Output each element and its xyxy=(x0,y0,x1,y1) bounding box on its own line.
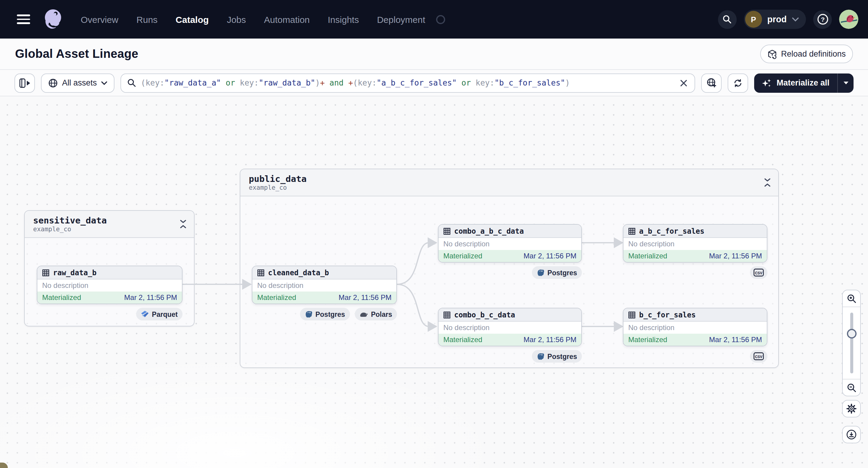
nav-item-insights[interactable]: Insights xyxy=(328,14,359,24)
materialized-timestamp: Mar 2, 11:56 PM xyxy=(709,336,762,344)
zoom-out-icon xyxy=(847,383,856,393)
materialized-label: Materialized xyxy=(628,252,667,260)
close-icon xyxy=(680,79,687,87)
materialize-options-dropdown[interactable] xyxy=(837,73,854,92)
tag-label: Polars xyxy=(371,311,392,318)
clear-search-button[interactable] xyxy=(679,78,688,88)
zoom-out-button[interactable] xyxy=(843,379,860,396)
zoom-in-icon xyxy=(847,293,856,303)
zoom-slider-track[interactable] xyxy=(850,313,853,373)
materialized-timestamp: Mar 2, 11:56 PM xyxy=(339,293,392,302)
table-icon xyxy=(257,269,265,276)
nav-right-cluster: P prod ? xyxy=(718,10,858,29)
chevron-down-icon xyxy=(101,81,107,85)
csv-icon: CSV xyxy=(753,352,764,360)
search-query-text[interactable]: (key:"raw_data_a" or key:"raw_data_b")+ … xyxy=(141,78,674,87)
dagster-logo-icon[interactable] xyxy=(41,7,65,31)
environment-initial-badge: P xyxy=(745,11,762,28)
search-button[interactable] xyxy=(718,10,737,29)
expand-panel-icon xyxy=(19,78,30,88)
tag-csv[interactable]: CSV xyxy=(750,266,767,279)
asset-filter-dropdown[interactable]: All assets xyxy=(41,73,115,92)
asset-node-combo-a-b-c-data[interactable]: combo_a_b_c_data No description Material… xyxy=(438,224,582,262)
reload-definitions-button[interactable]: Reload definitions xyxy=(760,44,853,63)
group-header: sensitive_data example_co xyxy=(25,211,194,238)
asset-search-input[interactable]: (key:"raw_data_a" or key:"raw_data_b")+ … xyxy=(121,73,695,92)
menu-icon[interactable] xyxy=(17,14,30,24)
tag-csv[interactable]: CSV xyxy=(750,350,767,363)
asset-description: No description xyxy=(438,322,581,334)
nav-item-overview[interactable]: Overview xyxy=(81,14,118,24)
question-icon: ? xyxy=(816,13,829,25)
zoom-slider[interactable] xyxy=(843,307,860,379)
svg-text:CSV: CSV xyxy=(755,271,763,275)
asset-name: cleaned_data_b xyxy=(268,268,329,277)
nav-item-jobs[interactable]: Jobs xyxy=(227,14,246,24)
asset-name: b_c_for_sales xyxy=(639,311,696,319)
nav-item-deployment[interactable]: Deployment xyxy=(377,14,425,24)
asset-name: raw_data_b xyxy=(53,268,97,277)
asset-node-a-b-c-for-sales[interactable]: a_b_c_for_sales No description Materiali… xyxy=(623,224,767,262)
asset-graph-scope-button[interactable] xyxy=(701,73,722,92)
asset-tags-combo-b-c-data: Postgres xyxy=(438,350,582,363)
table-icon xyxy=(443,311,451,318)
asset-node-header: b_c_for_sales xyxy=(623,308,767,322)
nav-item-automation[interactable]: Automation xyxy=(264,14,310,24)
materialized-label: Materialized xyxy=(257,293,296,302)
tag-postgres[interactable]: Postgres xyxy=(532,266,582,279)
asset-status-row: Materialized Mar 2, 11:56 PM xyxy=(623,334,767,346)
asset-tags-a-b-c-for-sales: CSV xyxy=(623,266,767,279)
reload-definitions-icon xyxy=(767,49,777,59)
asset-node-combo-b-c-data[interactable]: combo_b_c_data No description Materializ… xyxy=(438,308,582,346)
materialized-timestamp: Mar 2, 11:56 PM xyxy=(709,252,762,260)
zoom-controls xyxy=(842,290,861,396)
asset-description: No description xyxy=(623,322,767,334)
asset-tags-cleaned-data-b: Postgres Polars xyxy=(252,308,397,320)
collapse-group-icon[interactable] xyxy=(764,178,771,187)
nav-item-catalog[interactable]: Catalog xyxy=(176,14,209,24)
asset-node-cleaned-data-b[interactable]: cleaned_data_b No description Materializ… xyxy=(252,266,397,304)
asset-node-header: a_b_c_for_sales xyxy=(623,225,767,238)
globe-icon xyxy=(48,78,58,88)
user-avatar[interactable] xyxy=(839,10,858,29)
settings-button[interactable] xyxy=(842,400,861,417)
table-icon xyxy=(628,311,636,318)
environment-switcher[interactable]: P prod xyxy=(744,10,806,29)
asset-node-raw-data-b[interactable]: raw_data_b No description Materialized M… xyxy=(37,266,183,304)
lineage-canvas[interactable]: sensitive_data example_co public_data ex… xyxy=(0,96,868,468)
polars-icon xyxy=(360,311,368,317)
search-icon xyxy=(722,14,732,24)
refresh-button[interactable] xyxy=(727,73,748,92)
zoom-in-button[interactable] xyxy=(843,290,860,307)
tag-postgres[interactable]: Postgres xyxy=(532,350,582,363)
download-button[interactable] xyxy=(842,426,861,443)
zoom-slider-handle[interactable] xyxy=(847,329,856,339)
asset-name: combo_b_c_data xyxy=(454,311,515,319)
materialize-all-main[interactable]: Materialize all xyxy=(754,73,837,92)
materialize-all-button[interactable]: Materialize all xyxy=(754,73,854,92)
collapse-group-icon[interactable] xyxy=(180,220,187,228)
asset-tags-combo-a-b-c-data: Postgres xyxy=(438,266,582,279)
reload-definitions-label: Reload definitions xyxy=(781,50,846,58)
top-navigation: Overview Runs Catalog Jobs Automation In… xyxy=(0,0,868,38)
tag-polars[interactable]: Polars xyxy=(355,308,397,320)
nav-item-runs[interactable]: Runs xyxy=(136,14,157,24)
asset-description: No description xyxy=(252,279,396,291)
expand-panel-button[interactable] xyxy=(14,73,35,92)
asset-node-b-c-for-sales[interactable]: b_c_for_sales No description Materialize… xyxy=(623,308,767,346)
tag-label: Postgres xyxy=(315,311,345,318)
svg-text:CSV: CSV xyxy=(755,355,763,359)
group-location: example_co xyxy=(33,225,106,233)
group-header: public_data example_co xyxy=(240,169,778,196)
search-icon xyxy=(127,78,136,87)
materialized-timestamp: Mar 2, 11:56 PM xyxy=(124,293,177,302)
help-button[interactable]: ? xyxy=(813,10,832,29)
asset-status-row: Materialized Mar 2, 11:56 PM xyxy=(438,250,581,262)
postgres-icon xyxy=(305,310,312,318)
tag-parquet[interactable]: Parquet xyxy=(136,308,183,320)
materialized-timestamp: Mar 2, 11:56 PM xyxy=(523,252,577,260)
asset-status-row: Materialized Mar 2, 11:56 PM xyxy=(37,291,182,304)
download-icon xyxy=(846,430,857,440)
page-title: Global Asset Lineage xyxy=(15,47,138,61)
tag-postgres[interactable]: Postgres xyxy=(300,308,350,320)
